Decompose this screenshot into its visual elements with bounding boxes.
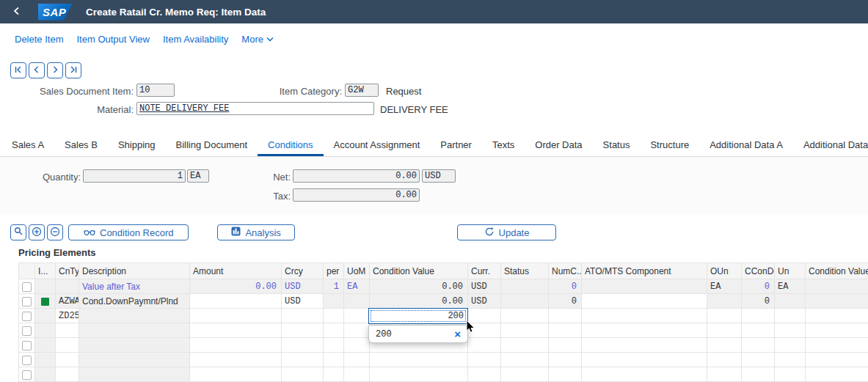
col-numc: NumC...	[549, 263, 582, 279]
shell-header: SAP Create Ratail Cr. Memo Req: Item Dat…	[0, 0, 868, 23]
row-select-cell[interactable]	[19, 367, 35, 382]
chevron-left-icon	[32, 65, 41, 76]
tab-conditions[interactable]: Conditions	[258, 136, 323, 156]
tab-status[interactable]: Status	[593, 136, 641, 156]
value-suggestion-popup[interactable]: 200 ×	[368, 325, 468, 343]
row-checkbox[interactable]	[22, 356, 32, 365]
previous-item-button[interactable]	[29, 62, 45, 78]
back-button[interactable]	[10, 4, 23, 20]
description-cell: Value after Tax	[79, 279, 190, 294]
sales-document-item-label: Sales Document Item:	[0, 86, 134, 97]
tab-sales-a[interactable]: Sales A	[1, 136, 54, 156]
row-checkbox[interactable]	[22, 341, 32, 350]
material-field[interactable]: NOTE_DELIVERY_FEE	[136, 102, 374, 115]
menu-delete-item[interactable]: Delete Item	[15, 34, 63, 45]
last-page-icon	[69, 65, 78, 76]
tab-additional-data-a[interactable]: Additional Data A	[699, 136, 793, 156]
row-checkbox[interactable]	[22, 297, 32, 306]
cnty-cell[interactable]: ZD25	[56, 309, 79, 323]
tab-sales-b[interactable]: Sales B	[54, 136, 108, 156]
last-item-button[interactable]	[65, 62, 81, 78]
amount-cell[interactable]	[190, 309, 282, 323]
row-checkbox[interactable]	[22, 282, 32, 292]
first-page-icon	[14, 65, 23, 76]
ato-mts-cell[interactable]	[582, 294, 707, 309]
sales-document-item-field[interactable]: 10	[136, 84, 175, 97]
col-amount: Amount	[190, 263, 282, 279]
menu-more-label: More	[241, 34, 263, 45]
description-cell	[79, 309, 190, 323]
row-select-cell[interactable]	[19, 338, 35, 353]
row-checkbox[interactable]	[22, 326, 32, 336]
col-un: Un	[775, 263, 806, 279]
zoom-button[interactable]	[10, 224, 26, 240]
circle-minus-icon	[50, 227, 60, 239]
pricing-empty-row	[19, 353, 868, 367]
tax-field[interactable]: 0.00	[293, 188, 420, 202]
conditions-header: Quantity: 1 EA Net: 0.00 USD Tax: 0.00	[0, 157, 868, 214]
suggestion-value[interactable]: 200	[376, 329, 392, 339]
tab-order-data[interactable]: Order Data	[525, 136, 592, 156]
col-select	[19, 263, 35, 279]
add-condition-button[interactable]	[29, 224, 45, 240]
menu-item-availability[interactable]: Item Availability	[163, 34, 228, 45]
row-select-cell[interactable]	[19, 279, 35, 294]
remove-condition-button[interactable]	[47, 224, 63, 240]
net-currency-field[interactable]: USD	[422, 169, 456, 183]
tab-billing-document[interactable]: Billing Document	[166, 136, 258, 156]
magnifier-icon	[14, 227, 23, 238]
tab-shipping[interactable]: Shipping	[108, 136, 166, 156]
page-title: Create Ratail Cr. Memo Req: Item Data	[86, 7, 266, 18]
row-checkbox[interactable]	[22, 370, 32, 380]
tab-account-assignment[interactable]: Account Assignment	[324, 136, 431, 156]
col-cconde: CConDe	[742, 263, 775, 279]
row-checkbox[interactable]	[22, 312, 32, 321]
col-per: per	[324, 263, 344, 279]
condition-record-button[interactable]: Condition Record	[68, 224, 189, 240]
col-inactive: I...	[35, 263, 56, 279]
quantity-uom-field[interactable]: EA	[187, 169, 209, 183]
tab-structure[interactable]: Structure	[640, 136, 699, 156]
clear-suggestion-icon[interactable]: ×	[454, 328, 461, 339]
row-select-cell[interactable]	[19, 323, 35, 338]
update-button[interactable]: Update	[457, 224, 556, 240]
menu-item-output-view[interactable]: Item Output View	[76, 34, 149, 45]
next-item-button[interactable]	[47, 62, 63, 78]
tab-texts[interactable]: Texts	[482, 136, 525, 156]
tabstrip: Sales A Sales B Shipping Billing Documen…	[0, 136, 868, 157]
row-select-cell[interactable]	[19, 309, 35, 323]
col-curr: Curr.	[468, 263, 501, 279]
tax-label: Tax:	[244, 191, 291, 202]
material-description: DELIVERY FEE	[380, 104, 448, 115]
col-condition-value-2: Condition Value	[806, 263, 868, 279]
chevron-right-icon	[51, 65, 59, 76]
tab-partner[interactable]: Partner	[430, 136, 482, 156]
net-label: Net:	[244, 172, 291, 183]
net-field[interactable]: 0.00	[293, 169, 420, 183]
col-ato-mts: ATO/MTS Component	[582, 263, 707, 279]
item-category-field[interactable]: G2W	[345, 84, 379, 97]
col-status: Status	[501, 263, 549, 279]
col-oun: OUn	[707, 263, 742, 279]
crcy-cell[interactable]: USD	[282, 294, 324, 309]
col-condition-value: Condition Value	[370, 263, 468, 279]
pricing-table-wrap: I... CnTy Description Amount Crcy per Uo…	[18, 262, 868, 382]
bar-chart-icon	[231, 227, 241, 238]
page: SAP Create Ratail Cr. Memo Req: Item Dat…	[0, 0, 868, 382]
amount-cell[interactable]	[190, 294, 282, 309]
row-select-cell[interactable]	[19, 294, 35, 309]
pricing-row-value-after-tax: Value after Tax 0.00 USD 1 EA 0.00 USD 0…	[19, 279, 868, 294]
condition-record-label: Condition Record	[100, 227, 173, 238]
analysis-button[interactable]: Analysis	[217, 224, 294, 240]
refresh-icon	[484, 227, 495, 239]
condition-value-input[interactable]	[368, 308, 468, 324]
menu-more[interactable]: More	[241, 34, 274, 45]
tab-additional-data-b[interactable]: Additional Data B	[793, 136, 868, 156]
description-cell: Cond.DownPaymnt/Plnd	[79, 294, 190, 309]
row-select-cell[interactable]	[19, 353, 35, 367]
quantity-field[interactable]: 1	[83, 169, 186, 183]
col-uom: UoM	[344, 263, 370, 279]
pricing-empty-row	[19, 367, 868, 382]
glasses-icon	[84, 227, 95, 238]
first-item-button[interactable]	[10, 62, 26, 78]
